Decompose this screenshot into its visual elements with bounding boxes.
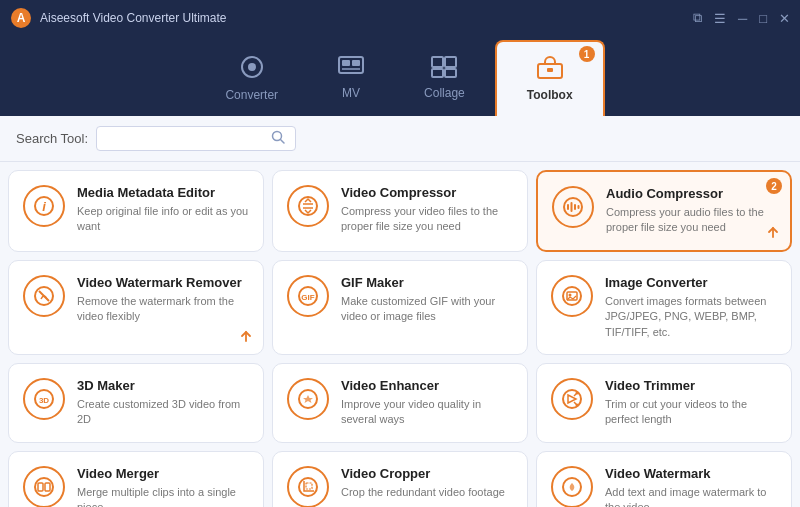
svg-rect-8 [432, 57, 443, 67]
tool-desc-video-compressor: Compress your video files to the proper … [341, 204, 513, 235]
nav-bar: Converter MV Collage 1 [0, 36, 800, 116]
svg-point-41 [576, 403, 579, 406]
card-badge-audio-compressor: 2 [766, 178, 782, 194]
svg-rect-46 [306, 483, 312, 489]
tool-text-video-compressor: Video Compressor Compress your video fil… [341, 185, 513, 235]
svg-point-40 [576, 391, 579, 394]
tool-desc-video-trimmer: Trim or cut your videos to the perfect l… [605, 397, 777, 428]
tool-desc-media-metadata-editor: Keep original file info or edit as you w… [77, 204, 249, 235]
tool-arrow-audio-compressor [766, 225, 780, 242]
svg-rect-24 [574, 204, 576, 210]
tool-card-media-metadata-editor[interactable]: i Media Metadata Editor Keep original fi… [8, 170, 264, 252]
tool-card-video-watermark-remover[interactable]: Video Watermark Remover Remove the water… [8, 260, 264, 355]
tool-title-media-metadata-editor: Media Metadata Editor [77, 185, 249, 200]
tool-desc-gif-maker: Make customized GIF with your video or i… [341, 294, 513, 325]
tool-title-video-cropper: Video Cropper [341, 466, 513, 481]
tab-toolbox-label: Toolbox [527, 88, 573, 102]
svg-point-30 [563, 287, 581, 305]
tool-card-audio-compressor[interactable]: 2 Audio Compressor Compress your audio f… [536, 170, 792, 252]
tools-grid: i Media Metadata Editor Keep original fi… [0, 162, 800, 507]
tool-text-video-cropper: Video Cropper Crop the redundant video f… [341, 466, 513, 500]
svg-rect-23 [571, 202, 573, 212]
svg-rect-22 [567, 204, 569, 210]
tool-text-video-watermark: Video Watermark Add text and image water… [605, 466, 777, 507]
tool-desc-video-cropper: Crop the redundant video footage [341, 485, 513, 500]
title-bar-controls: ⧉ ☰ ─ □ ✕ [693, 10, 790, 26]
svg-rect-43 [38, 483, 43, 491]
tool-card-gif-maker[interactable]: GIF GIF Maker Make customized GIF with y… [272, 260, 528, 355]
tool-card-video-watermark[interactable]: Video Watermark Add text and image water… [536, 451, 792, 507]
tab-converter[interactable]: Converter [195, 40, 308, 116]
tab-mv-label: MV [342, 86, 360, 100]
tool-title-video-trimmer: Video Trimmer [605, 378, 777, 393]
restore-icon[interactable]: ⧉ [693, 10, 702, 26]
search-label: Search Tool: [16, 131, 88, 146]
search-input-wrapper[interactable] [96, 126, 296, 151]
tool-card-video-compressor[interactable]: Video Compressor Compress your video fil… [272, 170, 528, 252]
close-icon[interactable]: ✕ [779, 11, 790, 26]
app-logo-icon: A [10, 7, 32, 29]
tool-text-image-converter: Image Converter Convert images formats b… [605, 275, 777, 340]
tool-title-video-compressor: Video Compressor [341, 185, 513, 200]
search-input[interactable] [105, 132, 265, 146]
toolbox-icon [536, 56, 564, 84]
tool-desc-video-watermark: Add text and image watermark to the vide… [605, 485, 777, 507]
tool-text-video-watermark-remover: Video Watermark Remover Remove the water… [77, 275, 249, 325]
tool-title-3d-maker: 3D Maker [77, 378, 249, 393]
tab-mv[interactable]: MV [308, 40, 394, 116]
mv-icon [338, 56, 364, 82]
svg-text:3D: 3D [39, 396, 49, 405]
svg-line-15 [281, 140, 285, 144]
svg-text:A: A [17, 11, 26, 25]
tool-desc-video-enhancer: Improve your video quality in several wa… [341, 397, 513, 428]
svg-point-45 [299, 478, 317, 496]
tool-icon-media-metadata-editor: i [23, 185, 65, 227]
tool-desc-audio-compressor: Compress your audio files to the proper … [606, 205, 776, 236]
title-bar-left: A Aiseesoft Video Converter Ultimate [10, 7, 227, 29]
app-title: Aiseesoft Video Converter Ultimate [40, 11, 227, 25]
tool-text-gif-maker: GIF Maker Make customized GIF with your … [341, 275, 513, 325]
maximize-icon[interactable]: □ [759, 11, 767, 26]
tool-icon-video-watermark [551, 466, 593, 507]
tool-desc-video-watermark-remover: Remove the watermark from the video flex… [77, 294, 249, 325]
tool-desc-video-merger: Merge multiple clips into a single piece [77, 485, 249, 507]
tool-text-3d-maker: 3D Maker Create customized 3D video from… [77, 378, 249, 428]
menu-icon[interactable]: ☰ [714, 11, 726, 26]
search-icon [271, 130, 285, 147]
tool-text-video-trimmer: Video Trimmer Trim or cut your videos to… [605, 378, 777, 428]
tool-card-image-converter[interactable]: Image Converter Convert images formats b… [536, 260, 792, 355]
converter-icon [239, 54, 265, 84]
tab-collage[interactable]: Collage [394, 40, 495, 116]
svg-rect-9 [445, 57, 456, 67]
tool-icon-audio-compressor [552, 186, 594, 228]
tool-title-video-merger: Video Merger [77, 466, 249, 481]
svg-rect-6 [352, 60, 360, 66]
svg-point-32 [569, 293, 572, 296]
tool-card-video-cropper[interactable]: Video Cropper Crop the redundant video f… [272, 451, 528, 507]
tool-arrow-video-watermark-remover [239, 329, 253, 346]
tool-card-3d-maker[interactable]: 3D 3D Maker Create customized 3D video f… [8, 363, 264, 443]
svg-text:GIF: GIF [301, 293, 314, 302]
title-bar: A Aiseesoft Video Converter Ultimate ⧉ ☰… [0, 0, 800, 36]
tool-icon-video-cropper [287, 466, 329, 507]
main-content: Search Tool: i Media Metadata Editor Kee… [0, 116, 800, 507]
tab-converter-label: Converter [225, 88, 278, 102]
tool-desc-image-converter: Convert images formats between JPG/JPEG,… [605, 294, 777, 340]
svg-text:i: i [42, 199, 46, 214]
tool-text-video-enhancer: Video Enhancer Improve your video qualit… [341, 378, 513, 428]
tool-card-video-merger[interactable]: Video Merger Merge multiple clips into a… [8, 451, 264, 507]
tool-text-media-metadata-editor: Media Metadata Editor Keep original file… [77, 185, 249, 235]
tab-toolbox[interactable]: 1 Toolbox [495, 40, 605, 116]
svg-rect-25 [578, 205, 580, 209]
svg-marker-36 [303, 395, 313, 403]
minimize-icon[interactable]: ─ [738, 11, 747, 26]
tool-card-video-trimmer[interactable]: Video Trimmer Trim or cut your videos to… [536, 363, 792, 443]
tool-icon-video-watermark-remover [23, 275, 65, 317]
tool-icon-image-converter [551, 275, 593, 317]
tool-text-audio-compressor: Audio Compressor Compress your audio fil… [606, 186, 776, 236]
svg-rect-11 [445, 69, 456, 77]
svg-rect-13 [547, 68, 553, 72]
tool-icon-video-merger [23, 466, 65, 507]
tool-icon-video-enhancer [287, 378, 329, 420]
tool-card-video-enhancer[interactable]: Video Enhancer Improve your video qualit… [272, 363, 528, 443]
